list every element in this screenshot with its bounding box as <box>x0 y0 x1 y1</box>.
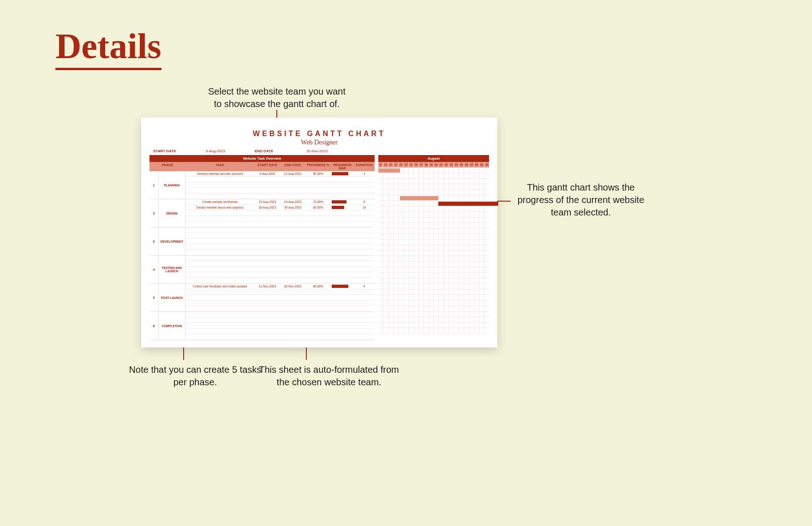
task-row[interactable] <box>185 261 375 267</box>
calendar-row <box>378 323 489 328</box>
calendar-day: 26 <box>464 162 469 167</box>
task-row[interactable] <box>185 250 375 255</box>
phase-number: 5 <box>149 284 159 311</box>
calendar-row <box>378 262 489 267</box>
col-start: START DATE <box>255 162 280 171</box>
phase-name: COMPLETION <box>159 312 185 340</box>
end-date-label: END DATE <box>255 149 292 153</box>
progress-bar-fill <box>332 172 348 175</box>
task-row[interactable] <box>185 300 375 306</box>
annotation-bottom-left: Note that you can create 5 tasks per pha… <box>128 364 262 389</box>
task-row[interactable] <box>185 182 375 188</box>
calendar-row <box>378 228 489 234</box>
calendar-day: 12 <box>394 162 399 167</box>
col-end: END DATE <box>280 162 305 171</box>
task-row[interactable] <box>185 317 375 323</box>
phase-block: 3DEVELOPMENT <box>149 227 375 256</box>
task-row[interactable] <box>185 278 375 283</box>
calendar-day: 28 <box>474 162 479 167</box>
column-headers: PHASE TASK START DATE END DATE PROGRESS … <box>149 162 375 171</box>
chart-title: WEBSITE GANTT CHART <box>149 130 489 138</box>
start-date-value: 9-Aug-2023 <box>190 149 241 153</box>
phase-block: 2DESIGNCreate website wireframes13-Aug-2… <box>149 199 375 227</box>
task-row[interactable] <box>185 210 375 216</box>
calendar-row <box>378 179 489 184</box>
progress-bar-fill <box>332 200 346 203</box>
gantt-bar <box>400 196 438 200</box>
task-row[interactable] <box>185 233 375 239</box>
calendar-row <box>378 251 489 256</box>
col-task: TASK <box>185 162 255 171</box>
overview-header: Website Task Overview <box>149 155 375 162</box>
calendar-day: 9 <box>378 162 383 167</box>
calendar-row <box>378 300 489 306</box>
meta-row: START DATE 9-Aug-2023 END DATE 20-Nov-20… <box>149 149 489 155</box>
task-row[interactable] <box>185 227 375 233</box>
calendar-day: 11 <box>388 162 394 167</box>
task-row[interactable] <box>185 289 375 295</box>
calendar-day: 22 <box>444 162 449 167</box>
calendar-day: 15 <box>409 162 414 167</box>
calendar-day-header: 9101112131415161718192021222324252627282… <box>378 162 489 167</box>
calendar-day: 25 <box>459 162 464 167</box>
progress-bar-fill <box>332 285 348 288</box>
task-row[interactable]: Develop sitemap and site structure9-Aug-… <box>185 171 375 177</box>
task-row[interactable] <box>185 221 375 227</box>
gantt-card: WEBSITE GANTT CHART Web Designer START D… <box>141 118 497 347</box>
task-row[interactable] <box>185 329 375 334</box>
calendar-row <box>378 317 489 323</box>
task-row[interactable] <box>185 306 375 311</box>
calendar-row <box>378 245 489 251</box>
annotation-bottom-right: This sheet is auto-formulated from the c… <box>257 364 400 389</box>
calendar-row <box>378 306 489 311</box>
task-row[interactable] <box>185 312 375 317</box>
calendar-day: 16 <box>414 162 419 167</box>
task-row[interactable] <box>185 244 375 250</box>
chart-subtitle[interactable]: Web Designer <box>149 139 489 146</box>
calendar-row <box>378 256 489 262</box>
phase-block: 4TESTING AND LAUNCH <box>149 256 375 284</box>
phase-name: DEVELOPMENT <box>159 227 185 255</box>
phase-name: PLANNING <box>159 171 185 199</box>
phase-block: 5POST-LAUNCHCollect user feedback and ma… <box>149 284 375 312</box>
calendar-day: 10 <box>383 162 388 167</box>
gantt-bar <box>438 202 498 206</box>
phase-number: 3 <box>149 227 159 255</box>
task-row[interactable] <box>185 256 375 261</box>
task-row[interactable] <box>185 188 375 193</box>
calendar-day: 21 <box>439 162 444 167</box>
task-row[interactable] <box>185 193 375 199</box>
col-phase: PHASE <box>149 162 185 171</box>
task-row[interactable] <box>185 267 375 272</box>
task-row[interactable]: Design website layout and graphics20-Aug… <box>185 205 375 210</box>
task-row[interactable] <box>185 239 375 244</box>
task-row[interactable]: Collect user feedback and make updates11… <box>185 284 375 289</box>
calendar-day: 24 <box>454 162 459 167</box>
calendar-day: 30 <box>484 162 489 167</box>
calendar-day: 23 <box>449 162 454 167</box>
calendar-row <box>378 311 489 317</box>
calendar-day: 14 <box>404 162 409 167</box>
col-progress: PROGRESS % <box>305 162 331 171</box>
phase-block: 6COMPLETION <box>149 312 375 340</box>
phase-name: TESTING AND LAUNCH <box>159 256 185 283</box>
end-date-value: 20-Nov-2023 <box>292 149 342 153</box>
task-row[interactable] <box>185 177 375 182</box>
calendar-grid <box>378 167 489 334</box>
task-row[interactable] <box>185 272 375 278</box>
calendar-row <box>378 295 489 300</box>
calendar-day: 20 <box>434 162 439 167</box>
calendar-row <box>378 289 489 295</box>
phase-number: 6 <box>149 312 159 340</box>
progress-bar-fill <box>332 206 344 209</box>
calendar-row <box>378 206 489 212</box>
task-row[interactable] <box>185 295 375 300</box>
task-row[interactable] <box>185 216 375 221</box>
task-row[interactable] <box>185 334 375 340</box>
phase-number: 1 <box>149 171 159 199</box>
calendar-day: 19 <box>429 162 434 167</box>
task-row[interactable] <box>185 323 375 329</box>
calendar-month-header: August <box>378 155 489 162</box>
annotation-right: This gantt chart shows the progress of t… <box>514 181 648 219</box>
task-row[interactable]: Create website wireframes13-Aug-202319-A… <box>185 199 375 205</box>
